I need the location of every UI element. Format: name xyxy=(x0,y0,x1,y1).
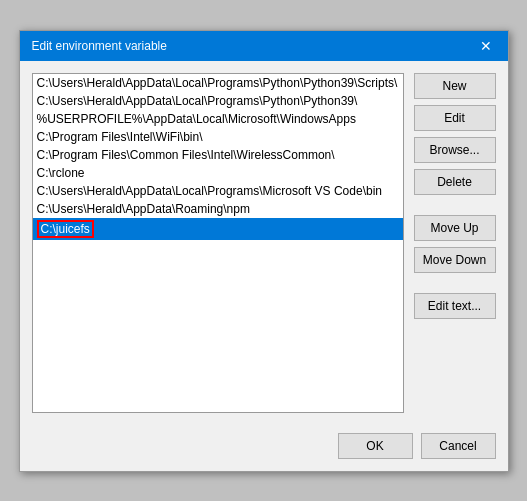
dialog-title: Edit environment variable xyxy=(32,39,167,53)
close-button[interactable]: ✕ xyxy=(476,39,496,53)
list-item[interactable]: C:\Program Files\Common Files\Intel\Wire… xyxy=(33,146,403,164)
path-list[interactable]: C:\Users\Herald\AppData\Local\Programs\P… xyxy=(32,73,404,413)
buttons-panel: New Edit Browse... Delete Move Up Move D… xyxy=(414,73,496,413)
list-item[interactable]: C:\Users\Herald\AppData\Local\Programs\M… xyxy=(33,182,403,200)
list-container: C:\Users\Herald\AppData\Local\Programs\P… xyxy=(32,73,404,413)
title-bar: Edit environment variable ✕ xyxy=(20,31,508,61)
list-item[interactable]: C:\Users\Herald\AppData\Local\Programs\P… xyxy=(33,92,403,110)
move-up-button[interactable]: Move Up xyxy=(414,215,496,241)
cancel-button[interactable]: Cancel xyxy=(421,433,496,459)
browse-button[interactable]: Browse... xyxy=(414,137,496,163)
list-item[interactable]: C:\Users\Herald\AppData\Roaming\npm xyxy=(33,200,403,218)
list-item[interactable]: C:\rclone xyxy=(33,164,403,182)
list-item[interactable]: C:\Users\Herald\AppData\Local\Programs\P… xyxy=(33,74,403,92)
ok-button[interactable]: OK xyxy=(338,433,413,459)
list-item[interactable]: C:\Program Files\Intel\WiFi\bin\ xyxy=(33,128,403,146)
dialog-body: C:\Users\Herald\AppData\Local\Programs\P… xyxy=(20,61,508,425)
dialog-footer: OK Cancel xyxy=(20,425,508,471)
list-item[interactable]: %USERPROFILE%\AppData\Local\Microsoft\Wi… xyxy=(33,110,403,128)
new-button[interactable]: New xyxy=(414,73,496,99)
edit-button[interactable]: Edit xyxy=(414,105,496,131)
edit-text-button[interactable]: Edit text... xyxy=(414,293,496,319)
edit-env-variable-dialog: Edit environment variable ✕ C:\Users\Her… xyxy=(19,30,509,472)
move-down-button[interactable]: Move Down xyxy=(414,247,496,273)
list-item[interactable]: C:\juicefs xyxy=(33,218,403,240)
delete-button[interactable]: Delete xyxy=(414,169,496,195)
